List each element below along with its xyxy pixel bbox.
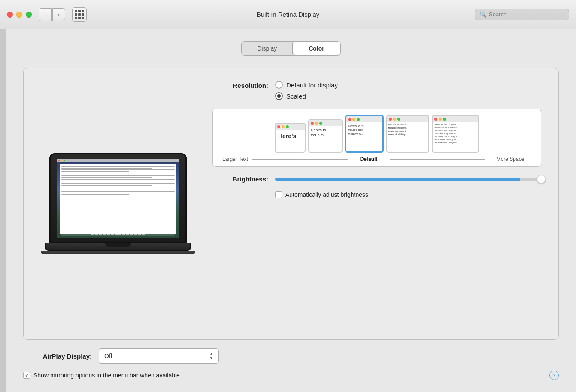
scale-label-default: Default	[349, 156, 388, 162]
thumb-yellow-dot	[439, 118, 442, 121]
grid-button[interactable]	[72, 7, 87, 22]
maximize-button[interactable]	[26, 12, 32, 18]
laptop-screen-display	[57, 159, 179, 238]
scale-previews: Here's Here's totroublm...	[218, 115, 536, 153]
tab-divider	[292, 43, 293, 54]
laptop-base	[45, 243, 191, 251]
resolution-default-label: Default for display	[286, 81, 338, 89]
scale-thumb-bar	[346, 116, 382, 122]
laptop-menubar	[57, 159, 179, 162]
menubar-yellow-dot	[61, 160, 63, 161]
laptop-screen-inner	[57, 159, 179, 238]
dropdown-arrows-icon: ▲ ▼	[209, 352, 213, 360]
dock-icon	[134, 232, 137, 235]
scale-section: Here's Here's totroublm...	[212, 109, 541, 167]
brightness-thumb[interactable]	[537, 175, 546, 184]
brightness-slider[interactable]	[275, 178, 541, 181]
thumb-red-dot	[348, 118, 351, 121]
scale-item-medium-small[interactable]: Here's totroublm...	[308, 119, 343, 153]
scale-thumb-medium-small[interactable]: Here's totroublm...	[308, 119, 343, 153]
search-box[interactable]: 🔍	[475, 9, 569, 20]
brightness-label: Brightness:	[212, 175, 268, 183]
dock-icon	[142, 232, 145, 235]
doc-line	[61, 168, 152, 169]
minimize-button[interactable]	[16, 12, 22, 18]
tab-display[interactable]: Display	[242, 42, 292, 55]
titlebar: ‹ › Built-in Retina Display 🔍	[0, 0, 576, 29]
back-button[interactable]: ‹	[39, 8, 52, 21]
dock-icon	[95, 232, 98, 235]
scale-thumb-medium-large[interactable]: Here's to the crtroubleshooters.ones who…	[386, 115, 429, 153]
window-title: Built-in Retina Display	[257, 11, 320, 18]
window-controls	[7, 12, 32, 18]
airplay-label: AirPlay Display:	[23, 353, 92, 360]
mirroring-checkbox[interactable]	[23, 372, 30, 379]
dock-icon	[111, 232, 114, 235]
scale-thumb-bar	[387, 116, 428, 122]
dock-icon	[107, 232, 110, 235]
arrow-up-icon: ▲	[209, 352, 213, 356]
dock-icon	[118, 232, 121, 235]
scale-thumb-more-space[interactable]: Here's to the crazy onetroubleshooters. …	[432, 115, 479, 153]
doc-line	[61, 179, 175, 180]
resolution-options: Default for display Scaled	[275, 81, 338, 100]
doc-line	[61, 183, 175, 184]
radio-default[interactable]	[275, 81, 283, 89]
scale-label-more-space: More Space	[487, 156, 534, 162]
scale-line	[252, 159, 348, 160]
laptop-feet	[41, 251, 195, 254]
scale-thumb-bar	[309, 120, 342, 126]
doc-line	[61, 187, 107, 187]
dock-icon	[122, 232, 125, 235]
help-button[interactable]: ?	[549, 371, 559, 380]
laptop-screen-body	[49, 153, 187, 243]
doc-line	[61, 171, 129, 172]
resolution-default-option[interactable]: Default for display	[275, 81, 338, 89]
dock-icon	[130, 232, 133, 235]
scale-item-more-space[interactable]: Here's to the crazy onetroubleshooters. …	[432, 115, 479, 153]
scale-item-medium-large[interactable]: Here's to the crtroubleshooters.ones who…	[386, 115, 429, 153]
scale-item-larger[interactable]: Here's	[275, 123, 306, 153]
thumb-red-dot	[434, 118, 437, 121]
auto-brightness-label: Automatically adjust brightness	[285, 191, 368, 198]
resolution-scaled-option[interactable]: Scaled	[275, 92, 338, 100]
laptop-notch	[105, 243, 131, 247]
scale-thumb-default[interactable]: Here's to thtroublemakones who...	[345, 115, 384, 153]
doc-line	[61, 175, 175, 176]
laptop-preview	[41, 81, 195, 326]
thumb-red-dot	[311, 122, 314, 125]
dock-icon	[138, 232, 141, 235]
scale-item-default[interactable]: Here's to thtroublemakones who...	[345, 115, 384, 153]
airplay-dropdown[interactable]: Off ▲ ▼	[99, 348, 219, 364]
mirroring-left: Show mirroring options in the menu bar w…	[23, 372, 180, 379]
laptop-illustration	[41, 153, 195, 254]
dock-icon	[103, 232, 106, 235]
menubar-green-dot	[64, 160, 65, 161]
doc-line	[61, 166, 175, 167]
thumb-yellow-dot	[315, 122, 318, 125]
tab-color[interactable]: Color	[293, 42, 340, 55]
mirroring-label: Show mirroring options in the menu bar w…	[33, 372, 180, 379]
resolution-label: Resolution:	[212, 81, 268, 89]
scale-thumb-larger[interactable]: Here's	[275, 123, 306, 153]
grid-icon	[75, 10, 84, 19]
mirroring-row: Show mirroring options in the menu bar w…	[23, 371, 559, 380]
dock-icon	[126, 232, 129, 235]
dock-icon	[99, 232, 102, 235]
thumb-green-dot	[357, 118, 360, 121]
close-button[interactable]	[7, 12, 13, 18]
scale-line	[390, 159, 485, 160]
scale-label-larger: Larger Text	[220, 156, 251, 162]
search-input[interactable]	[489, 11, 564, 18]
forward-button[interactable]: ›	[52, 8, 65, 21]
thumb-green-dot	[286, 125, 289, 128]
tab-container: Display Color	[241, 41, 340, 56]
main-content: Display Color	[6, 29, 576, 392]
brightness-slider-wrap	[275, 178, 541, 181]
auto-brightness-checkbox[interactable]	[275, 191, 282, 198]
scale-thumb-bar	[433, 116, 478, 122]
radio-scaled[interactable]	[275, 92, 283, 100]
thumb-red-dot	[389, 118, 392, 121]
auto-brightness-row: Automatically adjust brightness	[275, 191, 541, 198]
doc-line	[61, 177, 152, 178]
